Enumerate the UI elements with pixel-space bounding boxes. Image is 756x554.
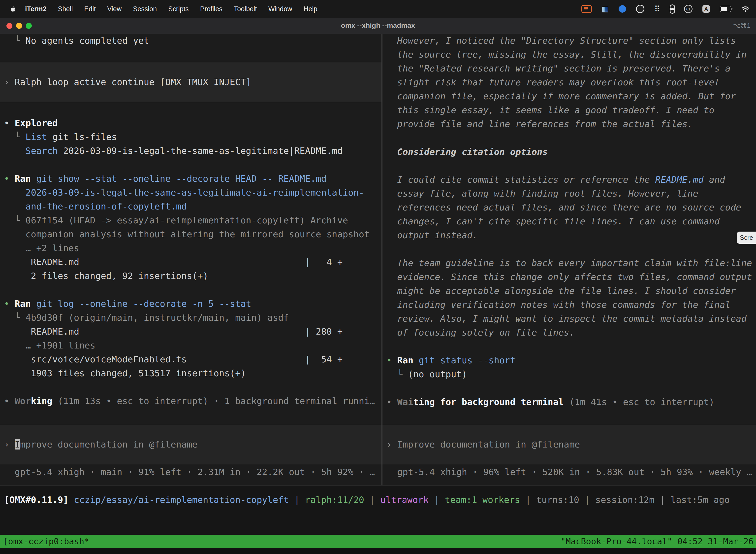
text-segment: (11m 13s • esc to interrupt) · 1 backgro… [52,396,375,406]
text-segment: … +1901 lines [4,340,95,350]
text-segment: this single essay, it seems like a good … [386,105,714,115]
text-segment: [OMX#0.11.9] [4,495,68,505]
text-segment: 2026-03-09-is-legal-the-same-as-legitima… [58,146,343,156]
terminal-line [386,159,756,173]
terminal-line: … +2 lines [4,241,381,255]
menu-item-scripts[interactable]: Scripts [168,5,189,13]
text-segment: essay file, along with finding root file… [386,188,698,199]
terminal-line: 2026-03-09-is-legal-the-same-as-legitima… [4,186,381,200]
text-segment: List [25,132,47,142]
terminal-line: Search 2026-03-09-is-legal-the-same-as-l… [4,144,381,158]
right-terminal-pane[interactable]: However, I noticed the "Directory Struct… [382,34,756,485]
menu-item-window[interactable]: Window [268,5,292,13]
terminal-line: slight risk that future readers may over… [386,75,756,89]
text-segment: references need actual files, and since … [386,202,741,213]
terminal-line [4,380,381,394]
screen-share-tab[interactable]: Scre [737,232,756,244]
text-segment: last:5m ago [671,495,730,505]
terminal-line: of focusing solely on file lines. [386,326,756,340]
terminal-line: companion analysis without altering the … [4,227,381,241]
left-agent-output: • Explored └ List git ls-files Search 20… [0,116,381,408]
battery-icon[interactable] [720,6,731,12]
terminal-line: changes, I can't cite specific file line… [386,214,756,228]
text-segment: I could cite commit statistics or refere… [386,174,655,185]
terminal-line: └ List git ls-files [4,130,381,144]
window-title-bar[interactable]: omx --xhigh --madmax ⌥⌘1 [0,18,756,34]
menu-item-edit[interactable]: Edit [84,5,96,13]
text-segment: … +2 lines [4,243,79,253]
text-segment: src/voice/voiceModeEnabled.ts | 54 + [4,354,342,365]
text-segment: README.md | 4 + [4,257,342,267]
window-tiles-icon[interactable]: ▦ [602,5,609,13]
text-segment: git log --oneline --decorate -n 5 --stat [36,298,251,309]
text-segment: | [429,495,445,505]
terminal-line: • Ran git status --short [386,353,756,367]
text-segment: 2026-03-09-is-legal-the-same-as-legitima… [25,187,364,198]
blue-app-icon[interactable] [619,5,626,13]
menu-item-help[interactable]: Help [304,5,317,13]
terminal-line: └ 4b9d30f (origin/main, instructkr/main,… [4,311,381,325]
text-segment: 1903 files changed, 513517 insertions(+) [4,368,246,378]
ralph-loop-banner: › Ralph loop active continue [OMX_TMUX_I… [0,62,381,102]
terminal-line [4,283,381,297]
menu-item-toolbelt[interactable]: Toolbelt [234,5,257,13]
terminal-line: src/voice/voiceModeEnabled.ts | 54 + [4,352,381,366]
terminal-line: output instead. [386,228,756,242]
apple-logo-icon[interactable] [10,5,17,13]
text-segment: Wor [15,396,31,406]
text-segment: However, I noticed the "Directory Struct… [386,36,736,46]
text-segment: • [4,173,15,184]
screen-recording-icon[interactable] [581,5,592,13]
terminal-line: … +1901 lines [4,339,381,352]
input-source-icon[interactable]: A [702,5,710,13]
terminal-line: evidence. Since this change only affects… [386,270,756,284]
right-prompt-input-line[interactable]: › Improve documentation in @filename [382,438,756,451]
menu-item-shell[interactable]: Shell [58,5,73,13]
text-segment: and [704,174,725,185]
text-segment: cczip/essay/ai-reimplementation-copyleft [74,495,289,505]
text-segment: 2 files changed, 92 insertions(+) [4,271,208,281]
menu-item-view[interactable]: View [107,5,122,13]
terminal-line: • Waiting for background terminal (1m 41… [386,395,756,409]
left-prompt-input[interactable]: › Improve documentation in @filename [0,425,381,464]
text-segment: • [386,355,397,365]
gauge-icon[interactable]: 61 [684,5,693,13]
text-segment: ting for background terminal [413,397,564,407]
window-title: omx --xhigh --madmax [0,18,756,33]
terminal-line [386,340,756,353]
terminal-line: this single essay, it seems like a good … [386,103,756,117]
text-segment: › [386,439,397,449]
text-segment: | [520,495,536,505]
left-terminal-pane[interactable]: └ No agents completed yet › Ralph loop a… [0,34,381,485]
right-prompt-input[interactable]: › Improve documentation in @filename [382,425,756,464]
dark-app-icon[interactable] [636,5,644,13]
wifi-icon[interactable] [741,5,750,12]
menu-app-name[interactable]: iTerm2 [25,5,47,13]
text-segment: session:12m [595,495,654,505]
terminal-line: and-the-erosion-of-copyleft.md [4,200,381,214]
text-segment: ultrawork [380,495,429,505]
text-segment: • [4,396,15,406]
text-segment: turns:10 [536,495,579,505]
text-segment: companion analysis without altering the … [4,229,370,239]
terminal-line: the source tree, missing the essay. Stil… [386,48,756,62]
text-segment: the source tree, missing the essay. Stil… [386,49,747,60]
text-segment: of focusing solely on file lines. [386,327,575,338]
tmux-status-bar: [omx-cczip0:bash* "MacBook-Pro-44.local"… [0,535,756,548]
menu-item-session[interactable]: Session [133,5,157,13]
text-segment: Ran [15,298,31,309]
text-segment: changes, I can't cite specific file line… [386,216,720,226]
left-prompt-input-line[interactable]: › Improve documentation in @filename [0,438,381,451]
text-segment: | [579,495,595,505]
terminal-line [4,158,381,172]
terminal-line: 2 files changed, 92 insertions(+) [4,269,381,283]
figure-eight-icon[interactable] [670,5,674,13]
terminal-line: the "Related research writing" section i… [386,62,756,75]
text-segment: Explored [15,118,58,128]
text-segment: | [364,495,380,505]
text-segment: (1m 41s • esc to interrupt) [564,397,714,407]
dots-grid-icon[interactable]: ⠿ [654,5,660,13]
text-segment: git status --short [419,355,515,365]
menu-item-profiles[interactable]: Profiles [200,5,223,13]
text-segment: README.md | 280 + [4,326,342,337]
